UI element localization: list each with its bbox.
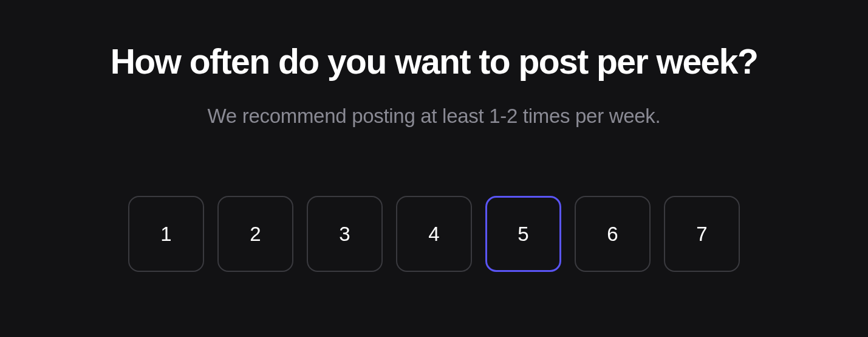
page-subtitle: We recommend posting at least 1-2 times … — [208, 105, 661, 128]
frequency-option-7[interactable]: 7 — [664, 196, 740, 272]
frequency-option-2[interactable]: 2 — [217, 196, 293, 272]
frequency-option-6[interactable]: 6 — [575, 196, 651, 272]
frequency-option-3[interactable]: 3 — [307, 196, 383, 272]
page-title: How often do you want to post per week? — [111, 41, 758, 82]
frequency-option-4[interactable]: 4 — [396, 196, 472, 272]
frequency-option-1[interactable]: 1 — [128, 196, 204, 272]
frequency-options: 1 2 3 4 5 6 7 — [128, 196, 740, 272]
frequency-option-5[interactable]: 5 — [485, 196, 561, 272]
